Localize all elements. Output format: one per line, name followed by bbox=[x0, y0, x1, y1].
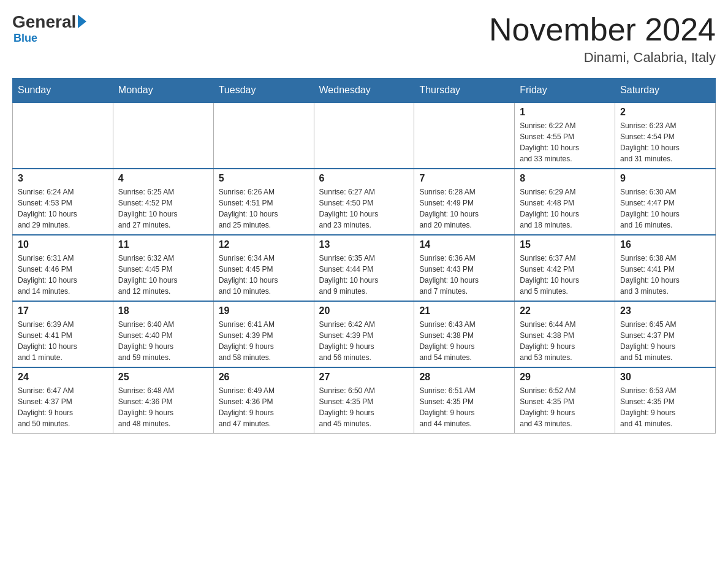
calendar-cell-week1-day2 bbox=[213, 102, 314, 169]
day-number: 9 bbox=[620, 173, 710, 184]
day-number: 5 bbox=[219, 173, 309, 184]
day-number: 28 bbox=[419, 372, 509, 383]
calendar-cell-week4-day6: 23Sunrise: 6:45 AM Sunset: 4:37 PM Dayli… bbox=[615, 301, 716, 367]
day-info: Sunrise: 6:50 AM Sunset: 4:35 PM Dayligh… bbox=[319, 385, 409, 429]
day-number: 6 bbox=[319, 173, 409, 184]
calendar-cell-week3-day3: 13Sunrise: 6:35 AM Sunset: 4:44 PM Dayli… bbox=[314, 235, 414, 301]
calendar-cell-week5-day5: 29Sunrise: 6:52 AM Sunset: 4:35 PM Dayli… bbox=[515, 367, 615, 434]
calendar-cell-week2-day0: 3Sunrise: 6:24 AM Sunset: 4:53 PM Daylig… bbox=[13, 169, 113, 235]
calendar-cell-week4-day5: 22Sunrise: 6:44 AM Sunset: 4:38 PM Dayli… bbox=[515, 301, 615, 367]
day-info: Sunrise: 6:27 AM Sunset: 4:50 PM Dayligh… bbox=[319, 186, 409, 231]
title-section: November 2024 Dinami, Calabria, Italy bbox=[489, 12, 716, 66]
header-sunday: Sunday bbox=[13, 79, 113, 103]
day-info: Sunrise: 6:52 AM Sunset: 4:35 PM Dayligh… bbox=[520, 385, 610, 429]
day-info: Sunrise: 6:41 AM Sunset: 4:39 PM Dayligh… bbox=[219, 319, 309, 363]
logo: General Blue bbox=[12, 12, 86, 45]
page-header: General Blue November 2024 Dinami, Calab… bbox=[12, 12, 716, 66]
calendar-cell-week3-day4: 14Sunrise: 6:36 AM Sunset: 4:43 PM Dayli… bbox=[414, 235, 515, 301]
header-monday: Monday bbox=[113, 79, 213, 103]
day-number: 23 bbox=[620, 305, 710, 316]
day-info: Sunrise: 6:30 AM Sunset: 4:47 PM Dayligh… bbox=[620, 186, 710, 231]
day-number: 2 bbox=[620, 107, 710, 118]
day-number: 29 bbox=[520, 372, 610, 383]
day-info: Sunrise: 6:22 AM Sunset: 4:55 PM Dayligh… bbox=[520, 120, 610, 164]
calendar-cell-week4-day3: 20Sunrise: 6:42 AM Sunset: 4:39 PM Dayli… bbox=[314, 301, 414, 367]
calendar-cell-week5-day6: 30Sunrise: 6:53 AM Sunset: 4:35 PM Dayli… bbox=[615, 367, 716, 434]
header-wednesday: Wednesday bbox=[314, 79, 414, 103]
day-number: 19 bbox=[219, 305, 309, 316]
day-number: 13 bbox=[319, 239, 409, 250]
calendar-cell-week5-day0: 24Sunrise: 6:47 AM Sunset: 4:37 PM Dayli… bbox=[13, 367, 113, 434]
day-info: Sunrise: 6:35 AM Sunset: 4:44 PM Dayligh… bbox=[319, 253, 409, 297]
calendar-cell-week1-day0 bbox=[13, 102, 113, 169]
calendar-cell-week2-day1: 4Sunrise: 6:25 AM Sunset: 4:52 PM Daylig… bbox=[113, 169, 213, 235]
calendar-cell-week2-day5: 8Sunrise: 6:29 AM Sunset: 4:48 PM Daylig… bbox=[515, 169, 615, 235]
calendar-cell-week5-day1: 25Sunrise: 6:48 AM Sunset: 4:36 PM Dayli… bbox=[113, 367, 213, 434]
day-info: Sunrise: 6:37 AM Sunset: 4:42 PM Dayligh… bbox=[520, 253, 610, 297]
calendar-week-3: 10Sunrise: 6:31 AM Sunset: 4:46 PM Dayli… bbox=[13, 235, 716, 301]
day-info: Sunrise: 6:23 AM Sunset: 4:54 PM Dayligh… bbox=[620, 120, 710, 164]
day-info: Sunrise: 6:40 AM Sunset: 4:40 PM Dayligh… bbox=[118, 319, 208, 363]
calendar-cell-week1-day1 bbox=[113, 102, 213, 169]
day-number: 17 bbox=[18, 305, 108, 316]
calendar-week-1: 1Sunrise: 6:22 AM Sunset: 4:55 PM Daylig… bbox=[13, 102, 716, 169]
day-number: 4 bbox=[118, 173, 208, 184]
day-number: 22 bbox=[520, 305, 610, 316]
day-info: Sunrise: 6:38 AM Sunset: 4:41 PM Dayligh… bbox=[620, 253, 710, 297]
day-info: Sunrise: 6:32 AM Sunset: 4:45 PM Dayligh… bbox=[118, 253, 208, 297]
day-number: 14 bbox=[419, 239, 509, 250]
logo-blue-text: Blue bbox=[13, 32, 37, 45]
header-saturday: Saturday bbox=[615, 79, 716, 103]
calendar-cell-week5-day4: 28Sunrise: 6:51 AM Sunset: 4:35 PM Dayli… bbox=[414, 367, 515, 434]
header-thursday: Thursday bbox=[414, 79, 515, 103]
day-info: Sunrise: 6:42 AM Sunset: 4:39 PM Dayligh… bbox=[319, 319, 409, 363]
day-number: 12 bbox=[219, 239, 309, 250]
day-number: 26 bbox=[219, 372, 309, 383]
day-number: 15 bbox=[520, 239, 610, 250]
day-number: 10 bbox=[18, 239, 108, 250]
day-number: 3 bbox=[18, 173, 108, 184]
calendar-cell-week3-day6: 16Sunrise: 6:38 AM Sunset: 4:41 PM Dayli… bbox=[615, 235, 716, 301]
day-number: 18 bbox=[118, 305, 208, 316]
calendar-cell-week4-day4: 21Sunrise: 6:43 AM Sunset: 4:38 PM Dayli… bbox=[414, 301, 515, 367]
day-number: 27 bbox=[319, 372, 409, 383]
day-number: 11 bbox=[118, 239, 208, 250]
calendar-cell-week1-day4 bbox=[414, 102, 515, 169]
day-number: 30 bbox=[620, 372, 710, 383]
day-info: Sunrise: 6:45 AM Sunset: 4:37 PM Dayligh… bbox=[620, 319, 710, 363]
day-number: 20 bbox=[319, 305, 409, 316]
day-info: Sunrise: 6:48 AM Sunset: 4:36 PM Dayligh… bbox=[118, 385, 208, 429]
calendar-cell-week5-day3: 27Sunrise: 6:50 AM Sunset: 4:35 PM Dayli… bbox=[314, 367, 414, 434]
calendar-cell-week1-day3 bbox=[314, 102, 414, 169]
day-info: Sunrise: 6:31 AM Sunset: 4:46 PM Dayligh… bbox=[18, 253, 108, 297]
day-info: Sunrise: 6:43 AM Sunset: 4:38 PM Dayligh… bbox=[419, 319, 509, 363]
day-info: Sunrise: 6:39 AM Sunset: 4:41 PM Dayligh… bbox=[18, 319, 108, 363]
day-info: Sunrise: 6:53 AM Sunset: 4:35 PM Dayligh… bbox=[620, 385, 710, 429]
calendar-cell-week2-day2: 5Sunrise: 6:26 AM Sunset: 4:51 PM Daylig… bbox=[213, 169, 314, 235]
calendar-week-2: 3Sunrise: 6:24 AM Sunset: 4:53 PM Daylig… bbox=[13, 169, 716, 235]
location-text: Dinami, Calabria, Italy bbox=[489, 50, 716, 66]
month-title: November 2024 bbox=[489, 12, 716, 47]
calendar-cell-week4-day0: 17Sunrise: 6:39 AM Sunset: 4:41 PM Dayli… bbox=[13, 301, 113, 367]
day-number: 16 bbox=[620, 239, 710, 250]
day-number: 8 bbox=[520, 173, 610, 184]
day-number: 1 bbox=[520, 107, 610, 118]
day-info: Sunrise: 6:44 AM Sunset: 4:38 PM Dayligh… bbox=[520, 319, 610, 363]
calendar-cell-week1-day6: 2Sunrise: 6:23 AM Sunset: 4:54 PM Daylig… bbox=[615, 102, 716, 169]
day-info: Sunrise: 6:25 AM Sunset: 4:52 PM Dayligh… bbox=[118, 186, 208, 231]
day-number: 7 bbox=[419, 173, 509, 184]
day-info: Sunrise: 6:51 AM Sunset: 4:35 PM Dayligh… bbox=[419, 385, 509, 429]
calendar-cell-week2-day6: 9Sunrise: 6:30 AM Sunset: 4:47 PM Daylig… bbox=[615, 169, 716, 235]
day-info: Sunrise: 6:26 AM Sunset: 4:51 PM Dayligh… bbox=[219, 186, 309, 231]
calendar-week-5: 24Sunrise: 6:47 AM Sunset: 4:37 PM Dayli… bbox=[13, 367, 716, 434]
calendar-cell-week4-day2: 19Sunrise: 6:41 AM Sunset: 4:39 PM Dayli… bbox=[213, 301, 314, 367]
day-info: Sunrise: 6:29 AM Sunset: 4:48 PM Dayligh… bbox=[520, 186, 610, 231]
day-info: Sunrise: 6:34 AM Sunset: 4:45 PM Dayligh… bbox=[219, 253, 309, 297]
day-info: Sunrise: 6:47 AM Sunset: 4:37 PM Dayligh… bbox=[18, 385, 108, 429]
day-info: Sunrise: 6:49 AM Sunset: 4:36 PM Dayligh… bbox=[219, 385, 309, 429]
calendar-cell-week3-day2: 12Sunrise: 6:34 AM Sunset: 4:45 PM Dayli… bbox=[213, 235, 314, 301]
header-tuesday: Tuesday bbox=[213, 79, 314, 103]
calendar-cell-week4-day1: 18Sunrise: 6:40 AM Sunset: 4:40 PM Dayli… bbox=[113, 301, 213, 367]
logo-general-text: General bbox=[12, 12, 76, 32]
calendar-cell-week2-day4: 7Sunrise: 6:28 AM Sunset: 4:49 PM Daylig… bbox=[414, 169, 515, 235]
